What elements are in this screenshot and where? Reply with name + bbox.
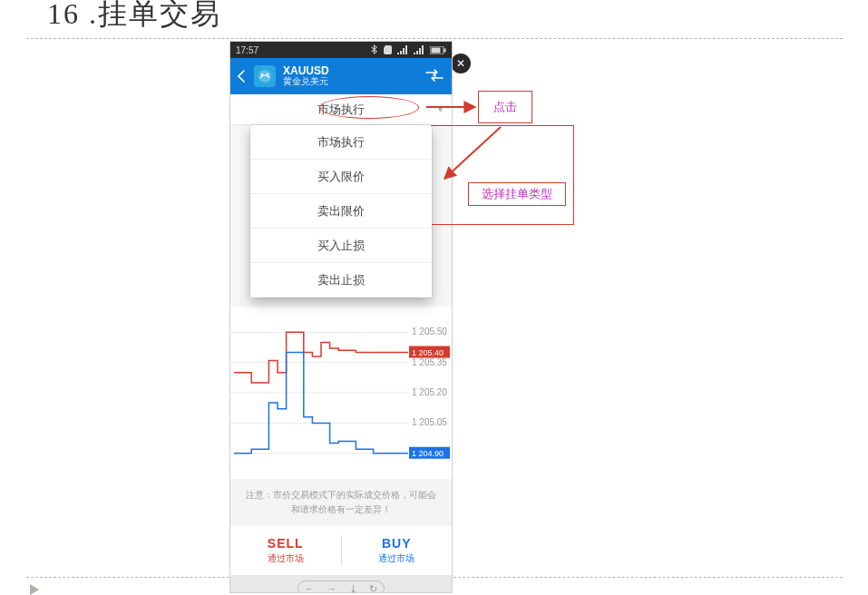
- swap-button[interactable]: $: [424, 68, 444, 85]
- popup-item-buy-stop[interactable]: 买入止损: [250, 229, 432, 263]
- svg-text:1 205.50: 1 205.50: [412, 327, 447, 337]
- svg-text:1 205.05: 1 205.05: [412, 417, 447, 427]
- close-button[interactable]: ✕: [451, 54, 471, 73]
- nav-download-icon[interactable]: ⤓: [349, 583, 357, 593]
- app-bar: XAUUSD 黄金兑美元 $: [230, 58, 452, 94]
- signal-icon: [414, 45, 424, 54]
- swap-icon: $: [424, 68, 444, 83]
- symbol-subtitle: 黄金兑美元: [283, 77, 329, 87]
- battery-icon: [430, 46, 446, 54]
- popup-item-sell-stop[interactable]: 卖出止损: [250, 263, 432, 298]
- svg-point-3: [258, 70, 271, 83]
- svg-rect-2: [444, 48, 446, 52]
- statusbar: 17:57: [230, 42, 452, 58]
- browser-navbar: ← → ⤓ ↻: [230, 575, 452, 592]
- svg-text:1 205.20: 1 205.20: [412, 387, 447, 397]
- bluetooth-icon: [371, 44, 378, 56]
- svg-point-4: [261, 73, 263, 75]
- nav-reload-icon[interactable]: ↻: [369, 583, 377, 593]
- price-chart: 1 205.501 205.351 205.201 205.051 204.90…: [230, 307, 452, 479]
- annotation-box-select-type: 选择挂单类型: [468, 182, 566, 206]
- annotation-select-type-label: 选择挂单类型: [482, 186, 552, 202]
- svg-text:1 205.40: 1 205.40: [412, 348, 444, 357]
- svg-rect-1: [432, 47, 441, 53]
- popup-item-label: 卖出止损: [317, 272, 365, 288]
- trade-actions: SELL 通过市场 BUY 通过市场: [230, 526, 452, 575]
- chevron-left-icon: [238, 70, 245, 83]
- nav-pill: ← → ⤓ ↻: [297, 580, 385, 592]
- svg-text:1 204.90: 1 204.90: [412, 449, 444, 458]
- popup-item-label: 买入限价: [317, 169, 365, 185]
- sell-button[interactable]: SELL 通过市场: [230, 526, 341, 575]
- popup-item-label: 市场执行: [317, 134, 365, 151]
- svg-text:1 205.35: 1 205.35: [412, 357, 447, 367]
- buy-button[interactable]: BUY 通过市场: [342, 526, 453, 575]
- close-icon: ✕: [456, 58, 465, 69]
- page-number: 16 .: [47, 0, 98, 30]
- popup-item-sell-limit[interactable]: 卖出限价: [250, 194, 432, 229]
- svg-text:$: $: [432, 72, 437, 80]
- sell-sub: 通过市场: [268, 552, 304, 565]
- divider-top: [26, 38, 843, 39]
- buy-label: BUY: [382, 536, 412, 551]
- play-triangle-icon: [30, 584, 39, 595]
- popup-item-label: 卖出限价: [317, 203, 365, 219]
- annotation-box-click: 点击: [478, 91, 532, 123]
- nav-back-icon[interactable]: ←: [305, 583, 315, 592]
- page-title-text: 挂单交易: [98, 0, 221, 30]
- back-button[interactable]: [238, 70, 247, 83]
- nav-forward-icon[interactable]: →: [327, 583, 336, 592]
- sell-label: SELL: [268, 536, 304, 551]
- order-type-popup: 市场执行 买入限价 卖出限价 买入止损 卖出止损: [250, 125, 432, 298]
- disclaimer-note: 注意：市价交易模式下的实际成交价格，可能会和请求价格有一定差异！: [230, 479, 452, 526]
- buy-sub: 通过市场: [378, 552, 414, 565]
- app-icon: [254, 65, 276, 87]
- popup-item-buy-limit[interactable]: 买入限价: [250, 160, 432, 194]
- sim-icon: [384, 45, 392, 54]
- popup-item-label: 买入止损: [317, 238, 365, 254]
- page-title: 16 .挂单交易: [47, 0, 221, 34]
- phone-frame: 17:57 XAUUSD: [230, 42, 452, 592]
- popup-item-market[interactable]: 市场执行: [250, 125, 432, 160]
- svg-point-5: [267, 73, 268, 75]
- annotation-ellipse-order-row: [319, 96, 419, 119]
- annotation-box-popup-area: [431, 125, 574, 225]
- chevron-down-icon: ▾: [438, 104, 443, 114]
- annotation-click-label: 点击: [493, 99, 517, 115]
- status-time: 17:57: [236, 45, 258, 55]
- signal-icon: [397, 45, 408, 54]
